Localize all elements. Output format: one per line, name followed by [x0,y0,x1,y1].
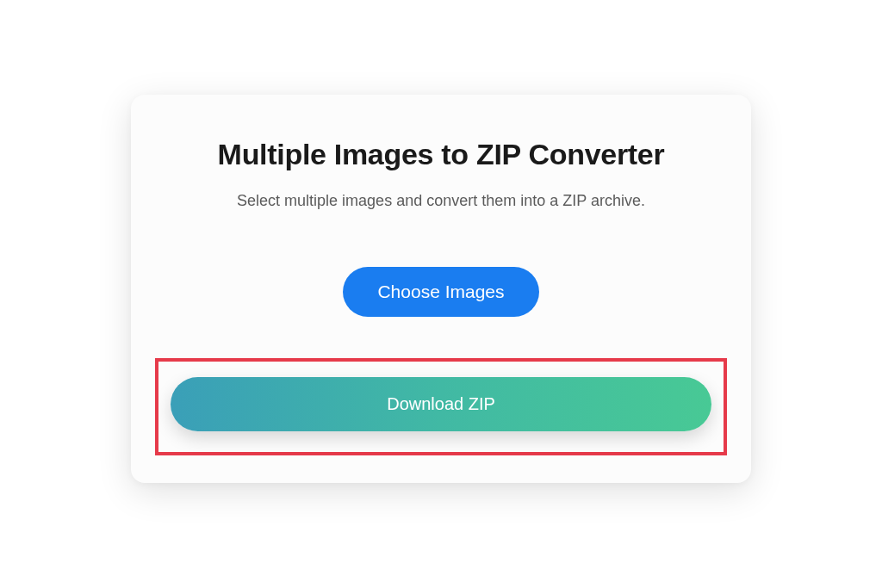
download-zip-button[interactable]: Download ZIP [171,377,711,431]
highlight-annotation: Download ZIP [155,358,727,455]
card-subtitle: Select multiple images and convert them … [165,192,717,210]
converter-card: Multiple Images to ZIP Converter Select … [131,95,751,483]
card-title: Multiple Images to ZIP Converter [165,138,717,171]
choose-images-button[interactable]: Choose Images [343,267,538,317]
